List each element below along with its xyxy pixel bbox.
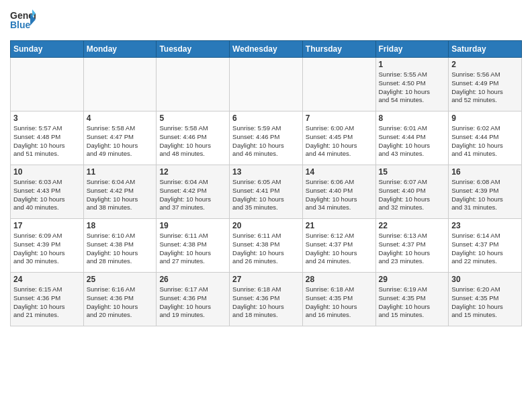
day-info: Sunrise: 6:08 AM Sunset: 4:39 PM Dayligh… (451, 178, 519, 212)
day-number: 30 (451, 275, 519, 284)
day-number: 25 (87, 275, 154, 284)
weekday-header-row: SundayMondayTuesdayWednesdayThursdayFrid… (11, 41, 522, 58)
day-number: 11 (87, 167, 154, 177)
calendar-day: 20Sunrise: 6:11 AM Sunset: 4:38 PM Dayli… (230, 219, 303, 273)
calendar-day: 29Sunrise: 6:19 AM Sunset: 4:35 PM Dayli… (375, 273, 449, 326)
day-info: Sunrise: 5:55 AM Sunset: 4:50 PM Dayligh… (379, 71, 446, 105)
day-number: 23 (451, 221, 519, 230)
calendar-day: 16Sunrise: 6:08 AM Sunset: 4:39 PM Dayli… (449, 165, 522, 219)
calendar-day: 19Sunrise: 6:11 AM Sunset: 4:38 PM Dayli… (157, 219, 230, 273)
day-number: 24 (13, 275, 81, 284)
day-info: Sunrise: 6:03 AM Sunset: 4:43 PM Dayligh… (13, 178, 81, 212)
day-info: Sunrise: 6:10 AM Sunset: 4:38 PM Dayligh… (87, 232, 154, 266)
day-info: Sunrise: 5:58 AM Sunset: 4:46 PM Dayligh… (159, 124, 226, 158)
day-info: Sunrise: 6:20 AM Sunset: 4:35 PM Dayligh… (451, 285, 519, 320)
day-number: 21 (306, 221, 373, 230)
day-number: 4 (87, 113, 154, 123)
weekday-header-friday: Friday (375, 41, 449, 58)
calendar-day: 26Sunrise: 6:17 AM Sunset: 4:36 PM Dayli… (157, 273, 230, 326)
calendar-day: 24Sunrise: 6:15 AM Sunset: 4:36 PM Dayli… (11, 273, 84, 326)
calendar-day: 5Sunrise: 5:58 AM Sunset: 4:46 PM Daylig… (157, 111, 230, 165)
day-info: Sunrise: 6:00 AM Sunset: 4:45 PM Dayligh… (306, 124, 373, 158)
day-info: Sunrise: 5:58 AM Sunset: 4:47 PM Dayligh… (87, 124, 154, 158)
calendar-day: 10Sunrise: 6:03 AM Sunset: 4:43 PM Dayli… (11, 165, 84, 219)
calendar-table: SundayMondayTuesdayWednesdayThursdayFrid… (10, 40, 522, 326)
calendar-week-5: 24Sunrise: 6:15 AM Sunset: 4:36 PM Dayli… (11, 273, 522, 326)
calendar-header: SundayMondayTuesdayWednesdayThursdayFrid… (11, 41, 522, 58)
calendar-day: 18Sunrise: 6:10 AM Sunset: 4:38 PM Dayli… (83, 219, 157, 273)
calendar-day: 30Sunrise: 6:20 AM Sunset: 4:35 PM Dayli… (449, 273, 522, 326)
day-info: Sunrise: 6:04 AM Sunset: 4:42 PM Dayligh… (159, 178, 226, 212)
calendar-day (230, 58, 303, 111)
day-info: Sunrise: 6:18 AM Sunset: 4:35 PM Dayligh… (306, 285, 373, 320)
day-number: 8 (379, 113, 446, 123)
day-info: Sunrise: 6:17 AM Sunset: 4:36 PM Dayligh… (159, 285, 226, 320)
day-info: Sunrise: 6:01 AM Sunset: 4:44 PM Dayligh… (379, 124, 446, 158)
calendar-day: 11Sunrise: 6:04 AM Sunset: 4:42 PM Dayli… (83, 165, 157, 219)
day-number: 12 (159, 167, 226, 177)
day-info: Sunrise: 6:13 AM Sunset: 4:37 PM Dayligh… (379, 232, 446, 266)
day-info: Sunrise: 6:18 AM Sunset: 4:36 PM Dayligh… (232, 285, 300, 320)
calendar-page: General Blue SundayMondayTuesdayWednesda… (0, 0, 532, 411)
calendar-day: 7Sunrise: 6:00 AM Sunset: 4:45 PM Daylig… (302, 111, 375, 165)
calendar-day: 3Sunrise: 5:57 AM Sunset: 4:48 PM Daylig… (11, 111, 84, 165)
calendar-day (83, 58, 157, 111)
day-info: Sunrise: 6:12 AM Sunset: 4:37 PM Dayligh… (306, 232, 373, 266)
day-number: 10 (13, 167, 81, 177)
calendar-day: 25Sunrise: 6:16 AM Sunset: 4:36 PM Dayli… (83, 273, 157, 326)
day-number: 6 (232, 113, 300, 123)
calendar-day: 1Sunrise: 5:55 AM Sunset: 4:50 PM Daylig… (375, 58, 449, 111)
day-number: 5 (159, 113, 226, 123)
calendar-day: 14Sunrise: 6:06 AM Sunset: 4:40 PM Dayli… (302, 165, 375, 219)
calendar-week-2: 3Sunrise: 5:57 AM Sunset: 4:48 PM Daylig… (11, 111, 522, 165)
calendar-day: 2Sunrise: 5:56 AM Sunset: 4:49 PM Daylig… (449, 58, 522, 111)
weekday-header-sunday: Sunday (11, 41, 84, 58)
day-info: Sunrise: 6:14 AM Sunset: 4:37 PM Dayligh… (451, 232, 519, 266)
day-number: 20 (232, 221, 300, 230)
calendar-day: 21Sunrise: 6:12 AM Sunset: 4:37 PM Dayli… (302, 219, 375, 273)
calendar-day: 8Sunrise: 6:01 AM Sunset: 4:44 PM Daylig… (375, 111, 449, 165)
weekday-header-tuesday: Tuesday (157, 41, 230, 58)
calendar-day: 4Sunrise: 5:58 AM Sunset: 4:47 PM Daylig… (83, 111, 157, 165)
calendar-day: 27Sunrise: 6:18 AM Sunset: 4:36 PM Dayli… (230, 273, 303, 326)
day-number: 3 (13, 113, 81, 123)
day-number: 7 (306, 113, 373, 123)
day-number: 27 (232, 275, 300, 284)
logo-icon: General Blue (10, 7, 36, 35)
day-number: 2 (451, 60, 519, 69)
day-number: 18 (87, 221, 154, 230)
calendar-week-4: 17Sunrise: 6:09 AM Sunset: 4:39 PM Dayli… (11, 219, 522, 273)
calendar-day: 9Sunrise: 6:02 AM Sunset: 4:44 PM Daylig… (449, 111, 522, 165)
calendar-day: 23Sunrise: 6:14 AM Sunset: 4:37 PM Dayli… (449, 219, 522, 273)
day-info: Sunrise: 6:07 AM Sunset: 4:40 PM Dayligh… (379, 178, 446, 212)
logo: General Blue (10, 7, 36, 35)
day-number: 19 (159, 221, 226, 230)
day-number: 22 (379, 221, 446, 230)
calendar-day (11, 58, 84, 111)
calendar-day: 6Sunrise: 5:59 AM Sunset: 4:46 PM Daylig… (230, 111, 303, 165)
day-info: Sunrise: 5:59 AM Sunset: 4:46 PM Dayligh… (232, 124, 300, 158)
weekday-header-thursday: Thursday (302, 41, 375, 58)
weekday-header-saturday: Saturday (449, 41, 522, 58)
day-info: Sunrise: 6:05 AM Sunset: 4:41 PM Dayligh… (232, 178, 300, 212)
day-number: 1 (379, 60, 446, 69)
calendar-day: 28Sunrise: 6:18 AM Sunset: 4:35 PM Dayli… (302, 273, 375, 326)
page-header: General Blue (10, 7, 522, 35)
day-number: 29 (379, 275, 446, 284)
calendar-week-1: 1Sunrise: 5:55 AM Sunset: 4:50 PM Daylig… (11, 58, 522, 111)
day-number: 9 (451, 113, 519, 123)
calendar-day: 17Sunrise: 6:09 AM Sunset: 4:39 PM Dayli… (11, 219, 84, 273)
calendar-day (157, 58, 230, 111)
day-number: 16 (451, 167, 519, 177)
day-number: 17 (13, 221, 81, 230)
day-info: Sunrise: 6:11 AM Sunset: 4:38 PM Dayligh… (159, 232, 226, 266)
day-info: Sunrise: 6:11 AM Sunset: 4:38 PM Dayligh… (232, 232, 300, 266)
day-info: Sunrise: 5:56 AM Sunset: 4:49 PM Dayligh… (451, 71, 519, 105)
day-number: 13 (232, 167, 300, 177)
day-info: Sunrise: 6:15 AM Sunset: 4:36 PM Dayligh… (13, 285, 81, 320)
day-info: Sunrise: 6:16 AM Sunset: 4:36 PM Dayligh… (87, 285, 154, 320)
weekday-header-wednesday: Wednesday (230, 41, 303, 58)
svg-text:Blue: Blue (10, 19, 31, 30)
day-info: Sunrise: 6:06 AM Sunset: 4:40 PM Dayligh… (306, 178, 373, 212)
calendar-week-3: 10Sunrise: 6:03 AM Sunset: 4:43 PM Dayli… (11, 165, 522, 219)
